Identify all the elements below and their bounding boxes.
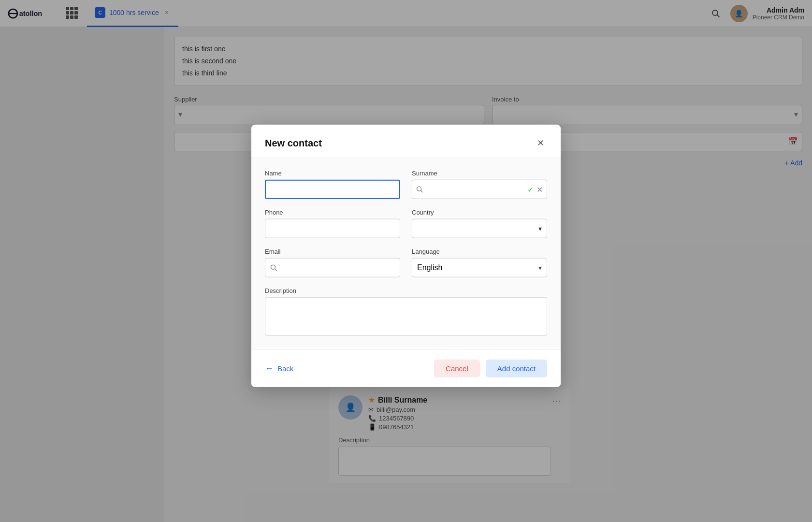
surname-search-icon <box>416 186 423 193</box>
language-chevron-icon: ▾ <box>538 264 542 272</box>
email-input[interactable] <box>281 264 395 272</box>
modal-footer: ← Back Cancel Add contact <box>251 349 561 387</box>
description-label: Description <box>265 287 547 294</box>
surname-group: Surname ✓ ✕ <box>412 170 547 199</box>
phone-label: Phone <box>265 209 400 216</box>
modal-body: Name Surname ✓ ✕ Phone <box>251 158 561 349</box>
surname-clear-icon[interactable]: ✕ <box>536 185 543 194</box>
description-group: Description <box>265 287 547 338</box>
language-group: Language English ▾ <box>412 248 547 277</box>
country-group: Country ▾ <box>412 209 547 238</box>
country-chevron-icon: ▾ <box>538 225 542 232</box>
surname-label: Surname <box>412 170 547 177</box>
svg-line-6 <box>421 190 423 192</box>
email-search-field[interactable] <box>265 258 400 277</box>
email-group: Email <box>265 248 400 277</box>
surname-field[interactable]: ✓ ✕ <box>412 180 547 199</box>
back-label: Back <box>277 364 293 373</box>
new-contact-modal: New contact ✕ Name Surname ✓ ✕ <box>251 125 561 387</box>
add-contact-button[interactable]: Add contact <box>486 360 547 377</box>
name-input[interactable] <box>265 180 400 199</box>
svg-line-8 <box>275 269 277 271</box>
description-textarea[interactable] <box>265 297 547 336</box>
country-select[interactable]: ▾ <box>412 219 547 238</box>
surname-input[interactable] <box>426 186 524 193</box>
phone-input[interactable] <box>265 219 400 238</box>
language-value: English <box>417 263 442 272</box>
country-label: Country <box>412 209 547 216</box>
language-label: Language <box>412 248 547 255</box>
modal-close-button[interactable]: ✕ <box>534 136 547 150</box>
phone-group: Phone <box>265 209 400 238</box>
back-button[interactable]: ← Back <box>265 363 293 374</box>
surname-check-icon: ✓ <box>527 185 534 194</box>
cancel-button[interactable]: Cancel <box>434 360 480 377</box>
name-surname-row: Name Surname ✓ ✕ <box>265 170 547 199</box>
modal-header: New contact ✕ <box>251 125 561 158</box>
footer-actions: Cancel Add contact <box>434 360 547 377</box>
name-group: Name <box>265 170 400 199</box>
phone-country-row: Phone Country ▾ <box>265 209 547 238</box>
language-select[interactable]: English ▾ <box>412 258 547 277</box>
email-language-row: Email Language English ▾ <box>265 248 547 277</box>
email-search-icon <box>270 264 277 271</box>
name-label: Name <box>265 170 400 177</box>
email-label: Email <box>265 248 400 255</box>
modal-title: New contact <box>265 137 322 148</box>
back-arrow-icon: ← <box>265 363 274 374</box>
